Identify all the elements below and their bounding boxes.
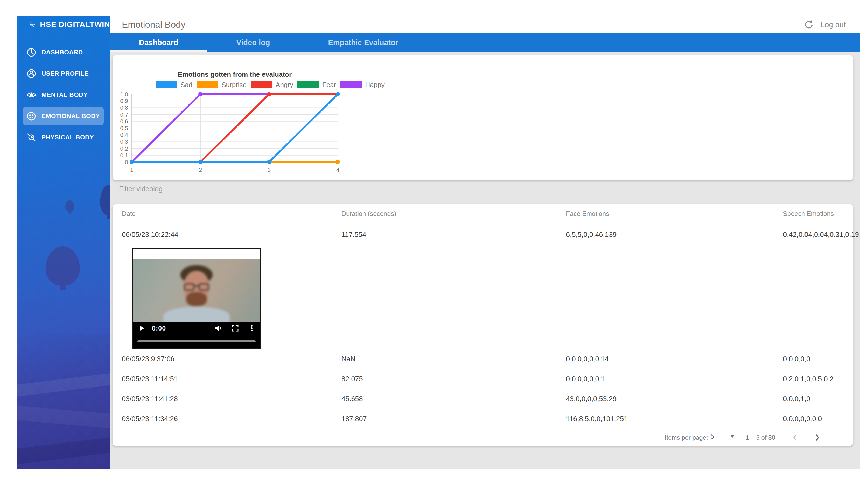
app-window: HSE DIGITALTWIN DASHBOARDUSER PROFILEMEN…	[17, 16, 860, 469]
volume-icon[interactable]	[215, 324, 222, 332]
filter-videolog-input[interactable]	[119, 183, 193, 196]
tab-bar: DashboardVideo logEmpathic Evaluator	[110, 33, 860, 52]
y-axis-tick: 0	[125, 159, 128, 165]
brand-title: HSE DIGITALTWIN	[40, 20, 110, 29]
items-per-page: Items per page: 5	[665, 433, 735, 442]
tab-dashboard[interactable]: Dashboard	[110, 33, 207, 52]
cell-duration: 45.658	[332, 395, 557, 403]
cell-face: 0,0,0,0,0,0,14	[557, 355, 774, 363]
emotions-line-chart: 00,10,20,30,40,50,60,70,80,91,01234	[113, 56, 853, 180]
x-axis-tick: 4	[336, 167, 339, 173]
y-axis-tick: 0,7	[120, 111, 128, 118]
sidebar-nav: DASHBOARDUSER PROFILEMENTAL BODYEMOTIONA…	[17, 43, 110, 149]
table-row: 03/05/23 11:41:2845.65843,0,0,0,0,53,290…	[113, 389, 853, 409]
refresh-icon[interactable]	[804, 20, 813, 29]
smiley-icon	[26, 111, 37, 122]
sidebar-item-label: PHYSICAL BODY	[41, 134, 94, 141]
video-stage: 0:00	[133, 259, 260, 348]
sidebar-item-mental-body[interactable]: MENTAL BODY	[23, 86, 104, 104]
cell-date: 05/05/23 11:14:51	[113, 375, 332, 383]
data-point-sad	[267, 160, 271, 164]
column-header-speech-emotions: Speech Emotions	[774, 210, 853, 218]
y-axis-tick: 1,0	[120, 91, 128, 97]
y-axis-tick: 0,8	[120, 104, 128, 111]
y-axis-tick: 0,9	[120, 98, 128, 104]
y-axis-tick: 0,3	[120, 138, 128, 145]
page-title: Emotional Body	[122, 20, 185, 30]
video-progress-strip	[133, 334, 260, 348]
items-per-page-select[interactable]: 5	[711, 433, 735, 442]
column-header-face-emotions: Face Emotions	[557, 210, 774, 218]
videolog-table-card: DateDuration (seconds)Face EmotionsSpeec…	[113, 204, 853, 446]
sidebar-item-user-profile[interactable]: USER PROFILE	[23, 64, 104, 83]
cell-value: 0.2,0.1,0,0.5,0.2	[783, 375, 834, 383]
hot-air-balloon-decoration	[65, 200, 74, 212]
sidebar: HSE DIGITALTWIN DASHBOARDUSER PROFILEMEN…	[17, 16, 110, 469]
more-options-icon[interactable]	[248, 324, 256, 332]
column-header-duration-seconds-: Duration (seconds)	[332, 210, 557, 218]
cell-value: 43,0,0,0,0,53,29	[566, 395, 617, 403]
screenshot-canvas: HSE DIGITALTWIN DASHBOARDUSER PROFILEMEN…	[0, 0, 868, 478]
video-player[interactable]: 0:00	[132, 248, 261, 349]
eye-icon	[26, 89, 37, 100]
x-axis-tick: 1	[130, 167, 133, 173]
x-axis-tick: 3	[268, 167, 271, 173]
sidebar-item-dashboard[interactable]: DASHBOARD	[23, 43, 104, 62]
fullscreen-icon[interactable]	[231, 324, 239, 332]
data-point-sad	[130, 160, 134, 164]
cell-value: 0,0,0,0,0,0,0	[783, 415, 822, 423]
cell-face: 0,0,0,0,0,0,1	[557, 375, 774, 383]
toolbar: Emotional Body Log out	[110, 16, 860, 33]
sidebar-item-emotional-body[interactable]: EMOTIONAL BODY	[23, 107, 104, 125]
cell-value: 82.075	[341, 375, 363, 383]
y-axis-tick: 0,2	[120, 146, 128, 152]
data-point-sad	[336, 92, 340, 96]
y-axis-tick: 0,1	[120, 152, 128, 159]
next-page-button[interactable]	[813, 433, 822, 442]
y-axis-tick: 0,4	[120, 132, 128, 138]
main-content: Emotions gotten from the evaluator SadSu…	[110, 52, 860, 469]
cell-speech: 0.2,0.1,0,0.5,0.2	[774, 375, 853, 383]
video-time: 0:00	[152, 324, 166, 332]
data-point-angry	[267, 92, 271, 96]
cell-speech: 0,0,0,0,0	[774, 355, 853, 363]
cell-value: 06/05/23 9:37:06	[122, 355, 175, 363]
cell-duration: NaN	[332, 355, 557, 363]
table-row: 05/05/23 11:14:5182.0750,0,0,0,0,0,10.2,…	[113, 370, 853, 389]
sidebar-item-label: MENTAL BODY	[41, 91, 88, 98]
cell-face: 6,5,5,0,0,46,139	[557, 223, 774, 239]
webcam-frame	[133, 259, 260, 322]
user-icon	[26, 68, 37, 79]
hot-air-balloon-decoration	[45, 246, 80, 286]
logout-button[interactable]: Log out	[820, 21, 846, 29]
watch-icon	[26, 132, 37, 143]
sidebar-item-physical-body[interactable]: PHYSICAL BODY	[23, 128, 104, 147]
cell-value: 03/05/23 11:41:28	[122, 395, 178, 403]
data-point-sad	[198, 160, 203, 164]
sidebar-item-label: USER PROFILE	[41, 70, 89, 77]
cell-value: 45.658	[341, 395, 363, 403]
cell-value: 0,0,0,1,0	[783, 395, 810, 403]
table-header-row: DateDuration (seconds)Face EmotionsSpeec…	[113, 204, 853, 223]
tab-empathic-evaluator[interactable]: Empathic Evaluator	[299, 33, 427, 52]
play-button[interactable]	[138, 325, 145, 331]
brand-header: HSE DIGITALTWIN	[17, 16, 110, 33]
sidebar-item-label: DASHBOARD	[41, 49, 83, 56]
cell-value: 0.42,0.04,0.04,0.31,0.19	[783, 231, 859, 238]
toolbar-actions: Log out	[804, 20, 846, 29]
previous-page-button[interactable]	[791, 433, 800, 442]
cell-date: 03/05/23 11:41:28	[113, 395, 332, 403]
video-progress-bar[interactable]	[137, 340, 256, 342]
video-controls: 0:00	[133, 322, 260, 334]
cell-value: 0,0,0,0,0,0,1	[566, 375, 605, 383]
y-axis-tick: 0,5	[120, 125, 128, 131]
cell-value: 06/05/23 10:22:44	[122, 231, 178, 238]
items-per-page-label: Items per page:	[665, 434, 708, 441]
chevron-down-icon	[730, 435, 735, 438]
cell-value: 03/05/23 11:34:26	[122, 415, 178, 423]
items-per-page-value: 5	[711, 433, 714, 440]
cell-speech: 0.42,0.04,0.04,0.31,0.19	[774, 223, 859, 239]
tab-video-log[interactable]: Video log	[207, 33, 299, 52]
table-row: 06/05/23 10:22:44 0:00	[113, 223, 853, 349]
data-point-surprise	[336, 160, 340, 164]
